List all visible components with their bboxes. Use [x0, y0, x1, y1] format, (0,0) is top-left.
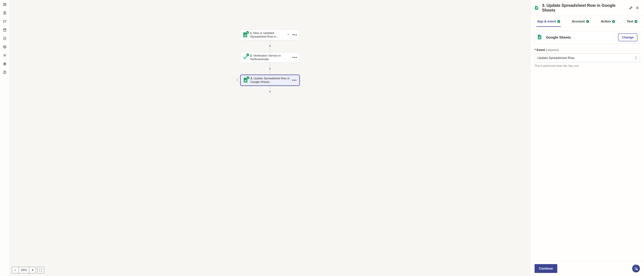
node-menu-icon[interactable]: •••: [292, 78, 297, 82]
node-menu-icon[interactable]: •••: [292, 56, 297, 59]
svg-point-15: [238, 81, 238, 81]
change-app-button[interactable]: Change: [618, 34, 638, 41]
svg-rect-4: [4, 29, 6, 32]
canvas[interactable]: 1. New or Updated Spreadsheet Row in… ••…: [10, 0, 530, 276]
edge: [270, 86, 270, 90]
help-fab[interactable]: [632, 265, 640, 272]
zoom-out-button[interactable]: −: [12, 267, 19, 273]
edge: [270, 48, 270, 52]
stack-icon[interactable]: [3, 62, 7, 66]
continue-button[interactable]: Continue: [534, 264, 557, 273]
svg-point-1: [5, 3, 6, 4]
check-icon: [557, 20, 560, 23]
drag-handle-icon[interactable]: [236, 78, 238, 82]
app-name: Google Sheets: [546, 35, 615, 39]
node-title: 1. New or Updated Spreadsheet Row in…: [250, 31, 285, 39]
edge: [270, 70, 270, 75]
check-icon: [634, 20, 638, 23]
step-editor-panel: 3. Update Spreadsheet Row in Google Shee…: [530, 0, 644, 276]
add-step-button[interactable]: +: [268, 67, 272, 70]
panel-body: Google Sheets Change * Event (required) …: [530, 27, 644, 261]
event-select[interactable]: Update Spreadsheet Row: [534, 54, 640, 62]
svg-point-12: [236, 80, 237, 80]
rename-icon[interactable]: [629, 6, 633, 10]
svg-rect-3: [5, 5, 6, 6]
add-step-button[interactable]: +: [268, 90, 272, 93]
status-ok-icon: [246, 54, 249, 56]
event-label: * Event (required): [534, 48, 640, 52]
google-sheets-icon: [534, 5, 539, 11]
flow-node-2[interactable]: 2. Verification Service in Verificaremai…: [240, 52, 300, 63]
google-sheets-icon: [242, 32, 248, 38]
panel-footer: Continue: [530, 261, 644, 276]
svg-point-11: [238, 79, 238, 79]
svg-point-0: [4, 3, 4, 4]
panel-tabs: App & event Account Action Test: [530, 16, 644, 27]
chat-icon[interactable]: [3, 19, 7, 24]
google-sheets-icon: [243, 77, 248, 83]
activity-icon[interactable]: [3, 45, 7, 49]
flow-node-3[interactable]: 3. Update Spreadsheet Row in Google Shee…: [240, 75, 300, 86]
flow-node-1[interactable]: 1. New or Updated Spreadsheet Row in… ••…: [240, 30, 300, 40]
node-title: 3. Update Spreadsheet Row in Google Shee…: [250, 77, 290, 84]
svg-point-10: [236, 79, 237, 79]
check-icon: [586, 20, 589, 23]
panel-title: 3. Update Spreadsheet Row in Google Shee…: [542, 3, 626, 13]
tab-app-event[interactable]: App & event: [536, 16, 561, 27]
event-helper: This is performed when the Zap runs.: [534, 64, 640, 67]
apps-icon[interactable]: [3, 3, 7, 7]
verificaremails-icon: [242, 55, 248, 60]
expand-icon[interactable]: [287, 33, 290, 37]
help-icon[interactable]: [3, 70, 7, 74]
svg-point-14: [236, 81, 237, 81]
app-card: Google Sheets Change: [534, 31, 640, 44]
edge: [270, 63, 270, 67]
panel-header: 3. Update Spreadsheet Row in Google Shee…: [530, 0, 644, 16]
svg-point-7: [4, 55, 5, 56]
zoom-value: 58%: [19, 267, 29, 273]
settings-icon[interactable]: [3, 53, 7, 57]
tab-action[interactable]: Action: [600, 16, 616, 27]
status-ok-icon: [246, 76, 249, 79]
tab-account[interactable]: Account: [571, 16, 590, 27]
zoom-in-button[interactable]: +: [29, 267, 36, 273]
zap-doc-icon[interactable]: [3, 11, 7, 15]
left-rail: [0, 0, 10, 276]
svg-point-13: [238, 80, 238, 80]
google-sheets-icon: [538, 35, 543, 40]
select-chevrons-icon: [635, 56, 637, 60]
add-step-button[interactable]: +: [268, 45, 272, 48]
status-ok-icon: [246, 31, 249, 34]
svg-point-9: [4, 73, 5, 73]
edge: [270, 40, 270, 45]
svg-point-2: [4, 5, 4, 6]
tab-test[interactable]: Test: [626, 16, 638, 27]
clock-icon[interactable]: [3, 36, 7, 41]
zoom-controls: − 58% +: [12, 267, 44, 273]
node-title: 2. Verification Service in Verificaremai…: [250, 54, 290, 61]
check-icon: [612, 20, 615, 23]
event-value: Update Spreadsheet Row: [538, 56, 574, 60]
close-icon[interactable]: [636, 6, 639, 10]
calendar-icon[interactable]: [3, 28, 7, 32]
node-menu-icon[interactable]: •••: [292, 33, 297, 37]
flow: 1. New or Updated Spreadsheet Row in… ••…: [10, 0, 530, 276]
fit-to-screen-button[interactable]: [37, 267, 44, 273]
